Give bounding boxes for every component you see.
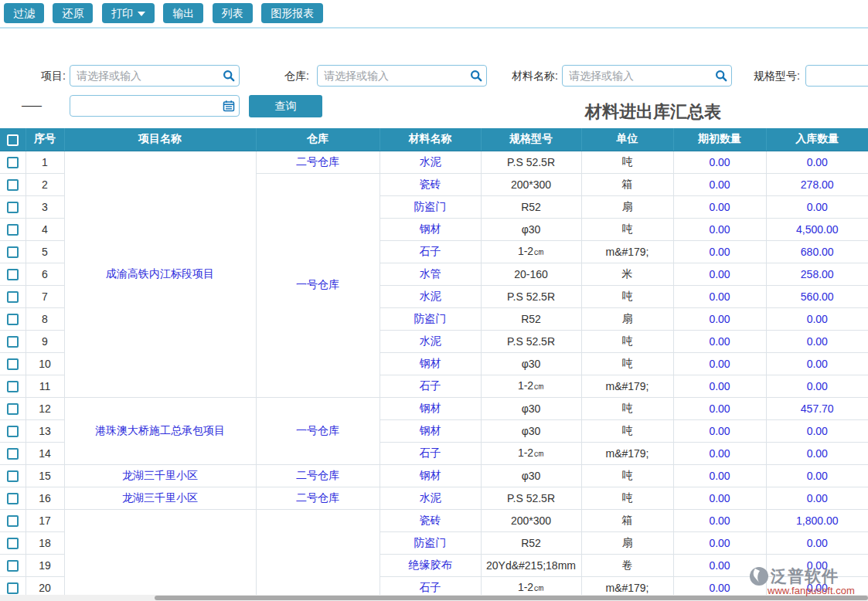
- row-checkbox[interactable]: [7, 426, 19, 437]
- initial-qty-cell[interactable]: 0.00: [673, 442, 766, 464]
- warehouse-cell[interactable]: 二号仓库: [256, 487, 380, 509]
- material-name-cell[interactable]: 瓷砖: [380, 509, 481, 531]
- filter-button[interactable]: 过滤: [4, 3, 44, 23]
- row-checkbox[interactable]: [7, 314, 19, 325]
- inbound-qty-cell[interactable]: 0.00: [766, 307, 868, 330]
- spec-filter-input[interactable]: [805, 65, 868, 87]
- list-button[interactable]: 列表: [213, 3, 253, 23]
- inbound-qty-cell[interactable]: 0.00: [766, 531, 868, 554]
- row-checkbox[interactable]: [7, 179, 19, 191]
- inbound-qty-cell[interactable]: 0.00: [766, 375, 868, 397]
- warehouse-cell[interactable]: 一号仓库: [256, 173, 380, 397]
- inbound-qty-cell[interactable]: 0.00: [766, 487, 868, 509]
- material-name-cell[interactable]: 钢材: [380, 419, 481, 442]
- row-checkbox[interactable]: [7, 582, 19, 594]
- initial-qty-cell[interactable]: 0.00: [673, 173, 766, 195]
- material-name-cell[interactable]: 石子: [380, 442, 481, 464]
- initial-qty-cell[interactable]: 0.00: [673, 195, 766, 218]
- initial-qty-cell[interactable]: 0.00: [673, 240, 766, 263]
- project-filter-input[interactable]: [70, 65, 240, 87]
- initial-qty-cell[interactable]: 0.00: [673, 509, 766, 531]
- inbound-qty-cell[interactable]: 457.70: [766, 397, 868, 419]
- material-name-cell[interactable]: 水泥: [380, 487, 481, 509]
- row-checkbox[interactable]: [7, 336, 19, 348]
- row-checkbox[interactable]: [7, 157, 19, 168]
- horizontal-scrollbar[interactable]: [0, 595, 868, 601]
- inbound-qty-cell[interactable]: 0.00: [766, 419, 868, 442]
- initial-qty-cell[interactable]: 0.00: [673, 487, 766, 509]
- initial-qty-cell[interactable]: 0.00: [673, 352, 766, 375]
- material-name-cell[interactable]: 水泥: [380, 285, 481, 307]
- inbound-qty-cell[interactable]: 680.00: [766, 240, 868, 263]
- row-checkbox[interactable]: [7, 246, 19, 258]
- search-icon[interactable]: [470, 70, 482, 82]
- material-name-cell[interactable]: 水泥: [380, 330, 481, 352]
- initial-qty-cell[interactable]: 0.00: [673, 263, 766, 285]
- warehouse-cell[interactable]: 一号仓库: [256, 397, 380, 464]
- project-name-cell[interactable]: 成渝高铁内江标段项目: [64, 151, 256, 397]
- inbound-qty-cell[interactable]: 258.00: [766, 263, 868, 285]
- print-button[interactable]: 打印: [102, 3, 155, 23]
- initial-qty-cell[interactable]: 0.00: [673, 464, 766, 487]
- row-checkbox[interactable]: [7, 202, 19, 213]
- row-checkbox[interactable]: [7, 560, 19, 572]
- row-checkbox[interactable]: [7, 493, 19, 504]
- inbound-qty-cell[interactable]: 0.00: [766, 151, 868, 173]
- warehouse-cell[interactable]: 二号仓库: [256, 464, 380, 487]
- date-filter-input[interactable]: [70, 95, 240, 117]
- material-name-cell[interactable]: 防盗门: [380, 195, 481, 218]
- initial-qty-cell[interactable]: 0.00: [673, 375, 766, 397]
- material-filter-input[interactable]: [562, 65, 732, 87]
- inbound-qty-cell[interactable]: 560.00: [766, 285, 868, 307]
- inbound-qty-cell[interactable]: 278.00: [766, 173, 868, 195]
- inbound-qty-cell[interactable]: 0.00: [766, 352, 868, 375]
- warehouse-cell[interactable]: [256, 509, 380, 599]
- row-checkbox[interactable]: [7, 381, 19, 392]
- inbound-qty-cell[interactable]: 0.00: [766, 464, 868, 487]
- calendar-icon[interactable]: [223, 100, 235, 112]
- row-checkbox[interactable]: [7, 224, 19, 236]
- initial-qty-cell[interactable]: 0.00: [673, 397, 766, 419]
- material-name-cell[interactable]: 水泥: [380, 151, 481, 173]
- initial-qty-cell[interactable]: 0.00: [673, 330, 766, 352]
- initial-qty-cell[interactable]: 0.00: [673, 307, 766, 330]
- material-name-cell[interactable]: 钢材: [380, 218, 481, 240]
- project-name-cell[interactable]: 龙湖三千里小区: [64, 464, 256, 487]
- row-checkbox[interactable]: [7, 269, 19, 280]
- inbound-qty-cell[interactable]: 4,500.00: [766, 218, 868, 240]
- initial-qty-cell[interactable]: 0.00: [673, 531, 766, 554]
- material-name-cell[interactable]: 防盗门: [380, 531, 481, 554]
- inbound-qty-cell[interactable]: 0.00: [766, 195, 868, 218]
- project-name-cell[interactable]: [64, 509, 256, 599]
- material-name-cell[interactable]: 钢材: [380, 352, 481, 375]
- row-checkbox[interactable]: [7, 448, 19, 460]
- initial-qty-cell[interactable]: 0.00: [673, 419, 766, 442]
- row-checkbox[interactable]: [7, 538, 19, 549]
- initial-qty-cell[interactable]: 0.00: [673, 285, 766, 307]
- graph-report-button[interactable]: 图形报表: [261, 3, 323, 23]
- material-name-cell[interactable]: 钢材: [380, 464, 481, 487]
- material-name-cell[interactable]: 石子: [380, 375, 481, 397]
- row-checkbox[interactable]: [7, 358, 19, 370]
- inbound-qty-cell[interactable]: 0.00: [766, 442, 868, 464]
- initial-qty-cell[interactable]: 0.00: [673, 151, 766, 173]
- project-name-cell[interactable]: 龙湖三千里小区: [64, 487, 256, 509]
- row-checkbox[interactable]: [7, 291, 19, 303]
- project-name-cell[interactable]: 港珠澳大桥施工总承包项目: [64, 397, 256, 464]
- warehouse-cell[interactable]: 二号仓库: [256, 151, 380, 173]
- search-icon[interactable]: [223, 70, 235, 82]
- row-checkbox[interactable]: [7, 403, 19, 415]
- restore-button[interactable]: 还原: [53, 3, 93, 23]
- inbound-qty-cell[interactable]: 0.00: [766, 330, 868, 352]
- row-checkbox[interactable]: [7, 470, 19, 482]
- material-name-cell[interactable]: 瓷砖: [380, 173, 481, 195]
- warehouse-filter-input[interactable]: [317, 65, 487, 87]
- material-name-cell[interactable]: 石子: [380, 240, 481, 263]
- inbound-qty-cell[interactable]: 1,800.00: [766, 509, 868, 531]
- row-checkbox[interactable]: [7, 515, 19, 527]
- material-name-cell[interactable]: 钢材: [380, 397, 481, 419]
- material-name-cell[interactable]: 防盗门: [380, 307, 481, 330]
- initial-qty-cell[interactable]: 0.00: [673, 218, 766, 240]
- export-button[interactable]: 输出: [163, 3, 203, 23]
- query-button[interactable]: 查询: [249, 95, 322, 117]
